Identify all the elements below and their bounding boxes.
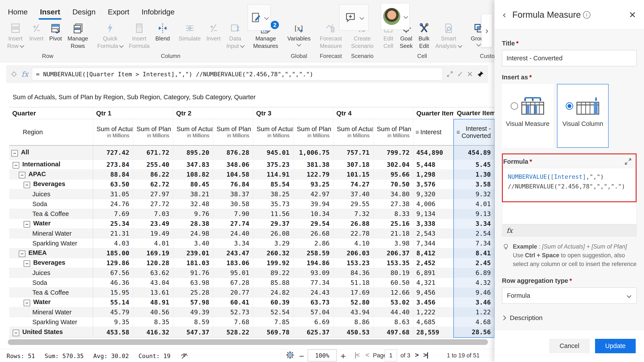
pin-formula-icon[interactable] bbox=[476, 70, 484, 78]
value-cell[interactable]: 302.04 bbox=[373, 160, 413, 170]
value-cell[interactable]: 7.03 bbox=[133, 209, 173, 219]
cancel-button[interactable]: Cancel bbox=[549, 339, 590, 353]
quick-formula-button[interactable]: QuickFormula bbox=[94, 20, 126, 50]
value-cell[interactable]: 67.28 bbox=[213, 278, 253, 288]
value-cell[interactable]: 40.56 bbox=[133, 307, 173, 317]
account-button[interactable] bbox=[381, 3, 410, 30]
value-cell[interactable]: 6.69 bbox=[293, 317, 333, 327]
interest-cell[interactable]: 5,448 bbox=[413, 160, 454, 170]
tab-design[interactable]: Design bbox=[72, 7, 96, 17]
value-cell[interactable]: 48.91 bbox=[133, 298, 173, 307]
converted-cell[interactable]: 8.41 bbox=[454, 248, 494, 258]
converted-cell[interactable]: 1.30 bbox=[454, 170, 494, 180]
value-cell[interactable]: 19.49 bbox=[133, 229, 173, 238]
value-cell[interactable]: 28.38 bbox=[173, 219, 213, 229]
plan-column-header[interactable]: Sum of Planin Millions bbox=[293, 119, 333, 145]
tab-infobridge[interactable]: Infobridge bbox=[141, 7, 175, 17]
converted-cell[interactable]: 4.68 bbox=[454, 317, 494, 327]
value-cell[interactable]: 11.56 bbox=[253, 209, 293, 219]
value-cell[interactable]: 30.58 bbox=[213, 199, 253, 209]
interest-cell[interactable]: 6,891 bbox=[413, 268, 454, 278]
prev-page-button[interactable]: < bbox=[366, 351, 369, 359]
value-cell[interactable]: 25.34 bbox=[93, 219, 133, 229]
value-cell[interactable]: 120.28 bbox=[133, 258, 173, 268]
radio-unselected-icon[interactable] bbox=[511, 102, 518, 110]
converted-cell[interactable]: 9.46 bbox=[454, 288, 494, 298]
value-cell[interactable]: 24.76 bbox=[93, 199, 133, 209]
interest-cell[interactable]: 1,298 bbox=[413, 170, 454, 180]
value-cell[interactable]: 258.59 bbox=[293, 248, 333, 258]
value-cell[interactable]: 37.40 bbox=[333, 189, 373, 199]
row-aggregation-select[interactable]: Formula bbox=[502, 288, 636, 304]
value-cell[interactable]: 727.42 bbox=[93, 145, 133, 160]
value-cell[interactable]: 8.33 bbox=[373, 209, 413, 219]
value-cell[interactable]: 29.55 bbox=[333, 199, 373, 209]
interest-cell[interactable]: 3.456 bbox=[413, 298, 454, 307]
value-cell[interactable]: 255.40 bbox=[133, 160, 173, 170]
row-label[interactable]: Juices bbox=[9, 268, 93, 278]
value-cell[interactable]: 57.98 bbox=[173, 298, 213, 307]
converted-cell[interactable]: 454.89 bbox=[454, 145, 494, 160]
row-label[interactable]: Juices bbox=[9, 189, 93, 199]
value-cell[interactable]: 239.01 bbox=[173, 248, 213, 258]
collapse-icon[interactable]: − bbox=[13, 330, 19, 336]
value-cell[interactable]: 88.84 bbox=[93, 170, 133, 180]
page-input[interactable]: 1 bbox=[385, 350, 397, 361]
zoom-out-button[interactable]: − bbox=[299, 351, 304, 361]
converted-cell[interactable]: 4.32 bbox=[454, 278, 494, 288]
value-cell[interactable]: 52.54 bbox=[253, 307, 293, 317]
quarter-group-header[interactable]: Qtr 2 bbox=[173, 107, 253, 119]
converted-cell[interactable]: 28.56 bbox=[454, 327, 494, 338]
value-cell[interactable]: 67.56 bbox=[93, 268, 133, 278]
value-cell[interactable]: 84.36 bbox=[333, 268, 373, 278]
value-cell[interactable]: 44.40 bbox=[373, 307, 413, 317]
value-cell[interactable]: 27.74 bbox=[213, 219, 253, 229]
row-label[interactable]: Sparkling Water bbox=[9, 238, 93, 248]
value-cell[interactable]: 24.40 bbox=[213, 229, 253, 238]
cancel-formula-icon[interactable]: ✕ bbox=[467, 70, 473, 78]
plan-column-header[interactable]: Sum of Planin Millions bbox=[133, 119, 173, 145]
converted-cell[interactable]: 2.54 bbox=[454, 229, 494, 238]
collapse-icon[interactable]: − bbox=[24, 260, 30, 267]
value-cell[interactable]: 62.72 bbox=[133, 180, 173, 189]
converted-cell[interactable]: 3.46 bbox=[454, 298, 494, 307]
value-cell[interactable]: 39.94 bbox=[293, 199, 333, 209]
value-cell[interactable]: 9.35 bbox=[93, 317, 133, 327]
value-cell[interactable]: 3.40 bbox=[173, 238, 213, 248]
value-cell[interactable]: 453.58 bbox=[93, 327, 133, 338]
formula-input[interactable]: = NUMBERVALUE([Quarter Item > Interest],… bbox=[32, 68, 443, 80]
value-cell[interactable]: 7.69 bbox=[93, 209, 133, 219]
converted-cell[interactable]: 2.45 bbox=[454, 258, 494, 268]
radio-selected-icon[interactable] bbox=[566, 102, 573, 110]
expand-formula-icon[interactable] bbox=[446, 70, 454, 78]
interest-cell[interactable]: 28,559 bbox=[413, 327, 454, 338]
value-cell[interactable]: 31.05 bbox=[93, 189, 133, 199]
value-cell[interactable]: 108.82 bbox=[173, 170, 213, 180]
actuals-column-header[interactable]: Sum of Actualsin Millions bbox=[93, 119, 133, 145]
value-cell[interactable]: 86.22 bbox=[133, 170, 173, 180]
collapse-icon[interactable]: − bbox=[13, 162, 19, 168]
row-label[interactable]: −Beverages bbox=[9, 258, 93, 268]
value-cell[interactable]: 569.78 bbox=[253, 327, 293, 338]
value-cell[interactable]: 169.19 bbox=[133, 248, 173, 258]
row-label[interactable]: −United States bbox=[9, 327, 93, 338]
value-cell[interactable]: 4.10 bbox=[333, 238, 373, 248]
value-cell[interactable]: 8.63 bbox=[373, 317, 413, 327]
confirm-formula-icon[interactable]: ✓ bbox=[457, 70, 464, 78]
value-cell[interactable]: 63.50 bbox=[93, 180, 133, 189]
value-cell[interactable]: 10.34 bbox=[293, 209, 333, 219]
description-toggle[interactable]: Description bbox=[502, 314, 636, 322]
invert-row-button[interactable]: Invert bbox=[26, 20, 46, 42]
converted-column-header[interactable]: ≡Interest -Converted bbox=[454, 119, 494, 145]
collapse-icon[interactable]: − bbox=[24, 182, 30, 188]
row-label[interactable]: −All bbox=[9, 145, 93, 160]
interest-cell[interactable]: 4,321 bbox=[413, 278, 454, 288]
value-cell[interactable]: 29.54 bbox=[293, 219, 333, 229]
value-cell[interactable]: 27.72 bbox=[133, 199, 173, 209]
value-cell[interactable]: 85.54 bbox=[253, 180, 293, 189]
value-cell[interactable]: 7.90 bbox=[213, 209, 253, 219]
row-label[interactable]: Soda bbox=[9, 199, 93, 209]
value-cell[interactable]: 4.03 bbox=[93, 238, 133, 248]
value-cell[interactable]: 52.80 bbox=[333, 298, 373, 307]
row-label[interactable]: −International bbox=[9, 160, 93, 170]
